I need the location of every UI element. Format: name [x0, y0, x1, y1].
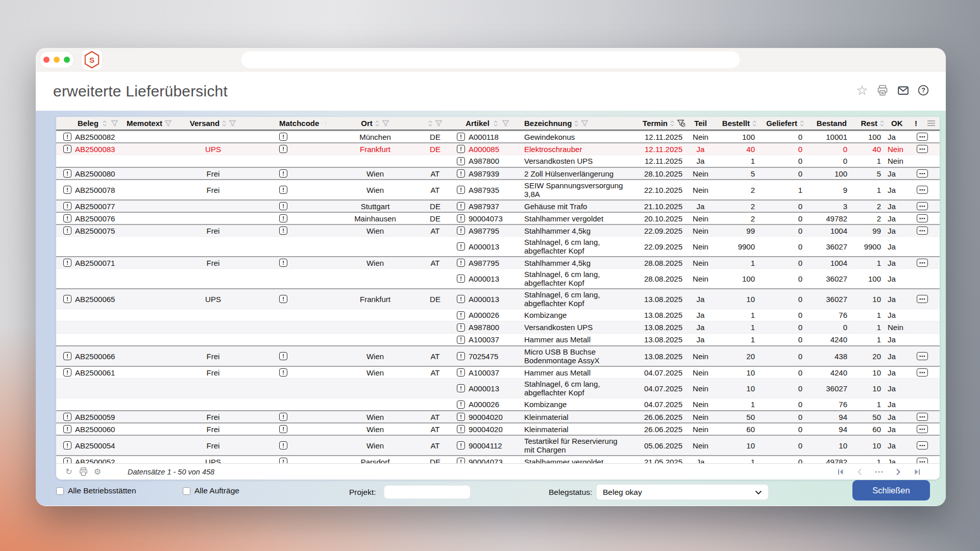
column-header-memotext[interactable]: Memotext: [122, 117, 186, 130]
memo-icon[interactable]: !: [457, 186, 465, 194]
row-actions-button[interactable]: ⋯: [917, 458, 928, 463]
memo-icon[interactable]: !: [457, 413, 465, 421]
filter-icon[interactable]: [164, 120, 172, 127]
memo-icon[interactable]: !: [457, 214, 465, 222]
table-row[interactable]: !A000013Stahlnagel, 6 cm lang, abgeflach…: [56, 268, 940, 288]
memo-icon[interactable]: !: [63, 145, 71, 153]
column-header-teil[interactable]: Teil: [687, 117, 715, 130]
close-window-button[interactable]: [43, 57, 50, 63]
memo-icon[interactable]: !: [457, 336, 465, 344]
sort-icon[interactable]: [879, 119, 885, 128]
more-pages-button[interactable]: [874, 468, 884, 476]
memo-icon[interactable]: !: [457, 352, 465, 360]
row-actions-button[interactable]: ⋯: [917, 425, 928, 433]
row-actions-button[interactable]: ⋯: [917, 441, 928, 449]
memo-icon[interactable]: !: [457, 133, 465, 141]
memo-icon[interactable]: !: [457, 368, 465, 377]
memo-icon[interactable]: !: [63, 186, 71, 194]
column-header-matchcode[interactable]: Matchcode: [240, 117, 327, 130]
filter-icon[interactable]: [581, 120, 589, 127]
table-row[interactable]: !AB2500061Frei!WienAT!A100037Hammer aus …: [56, 366, 940, 378]
filter-date-icon[interactable]: [677, 119, 685, 127]
table-row[interactable]: !A987800Versandkosten UPS13.08.2025Ja100…: [56, 321, 940, 333]
sort-icon[interactable]: [375, 119, 380, 128]
memo-icon[interactable]: !: [63, 352, 71, 360]
table-row[interactable]: !A000013Stahlnagel, 6 cm lang, abgeflach…: [56, 378, 940, 398]
table-row[interactable]: !AB2500076!MainhausenDE!90004073Stahlham…: [56, 212, 940, 224]
row-actions-button[interactable]: ⋯: [917, 368, 928, 377]
memo-icon[interactable]: !: [279, 186, 287, 194]
memo-icon[interactable]: !: [63, 227, 71, 235]
table-row[interactable]: !AB2500080Frei!WienAT!A9879392 Zoll Hüls…: [56, 167, 940, 179]
memo-icon[interactable]: !: [279, 202, 287, 210]
sort-icon[interactable]: [222, 119, 227, 128]
sort-icon[interactable]: [102, 119, 107, 128]
column-header-rest[interactable]: Rest: [851, 117, 885, 130]
memo-icon[interactable]: !: [457, 311, 465, 319]
row-actions-button[interactable]: ⋯: [917, 259, 928, 267]
memo-icon[interactable]: !: [63, 202, 71, 210]
row-actions-button[interactable]: ⋯: [917, 227, 928, 235]
table-row[interactable]: !A100037Hammer aus Metall13.08.2025Ja104…: [56, 333, 940, 345]
column-header-ort[interactable]: Ort: [327, 117, 424, 130]
table-row[interactable]: !AB2500066Frei!WienAT!7025475Micro USB B…: [56, 345, 940, 366]
column-header-ok[interactable]: OK: [885, 117, 913, 130]
memo-icon[interactable]: !: [279, 413, 287, 421]
memo-icon[interactable]: !: [457, 157, 465, 165]
memo-icon[interactable]: !: [457, 458, 465, 463]
memo-icon[interactable]: !: [279, 441, 287, 449]
table-row[interactable]: !AB2500059Frei!WienAT!90004020Kleinmater…: [56, 410, 940, 422]
column-header-versand[interactable]: Versand: [186, 117, 240, 130]
filter-icon[interactable]: [435, 120, 443, 127]
favorite-star-icon[interactable]: ☆: [855, 84, 869, 97]
memo-icon[interactable]: !: [457, 227, 465, 235]
memo-icon[interactable]: !: [63, 295, 71, 303]
titlebar-search[interactable]: [241, 51, 740, 68]
row-actions-button[interactable]: ⋯: [917, 413, 928, 421]
sort-icon[interactable]: [428, 119, 433, 128]
zoom-window-button[interactable]: [64, 57, 70, 63]
filter-icon[interactable]: [502, 120, 509, 127]
memo-icon[interactable]: !: [457, 169, 465, 178]
memo-icon[interactable]: !: [63, 259, 71, 267]
row-actions-button[interactable]: ⋯: [917, 352, 928, 360]
sort-icon[interactable]: [799, 119, 804, 128]
table-row[interactable]: !A000026Kombizange13.08.2025Ja10761Ja: [56, 309, 940, 321]
table-row[interactable]: !AB2500052UPS!ParsdorfDE!90004073Stahlha…: [56, 455, 940, 463]
table-row[interactable]: !AB2500077!StuttgartDE!A987937Gehäuse mi…: [56, 199, 940, 212]
column-header-termin[interactable]: Termin: [628, 117, 687, 130]
settings-gear-icon[interactable]: ⚙: [92, 467, 103, 477]
row-actions-button[interactable]: ⋯: [917, 186, 928, 194]
table-row[interactable]: !AB2500075Frei!WienAT!A987795Stahlhammer…: [56, 224, 940, 236]
sort-icon[interactable]: [493, 119, 498, 128]
help-icon[interactable]: ?: [917, 84, 930, 97]
table-menu-icon[interactable]: [927, 120, 936, 127]
memo-icon[interactable]: !: [63, 368, 71, 377]
table-row[interactable]: !AB2500065UPS!FrankfurtDE!A000013Stahlna…: [56, 288, 940, 309]
table-row[interactable]: !AB2500082!MünchenDE!A000118Gewindekonus…: [56, 130, 940, 142]
table-row[interactable]: !AB2500078Frei!WienAT!A987935SEIW Spannu…: [56, 179, 940, 199]
memo-icon[interactable]: !: [279, 352, 287, 360]
column-header-geliefert[interactable]: Geliefert: [759, 117, 806, 130]
memo-icon[interactable]: !: [457, 323, 465, 332]
memo-icon[interactable]: !: [457, 202, 465, 210]
filter-icon[interactable]: [111, 120, 118, 127]
belegstatus-select[interactable]: Beleg okay: [596, 484, 769, 500]
memo-icon[interactable]: !: [279, 227, 287, 235]
sort-icon[interactable]: [670, 119, 675, 128]
sort-icon[interactable]: [574, 119, 579, 128]
column-header-artikel[interactable]: Artikel: [447, 117, 518, 130]
close-button[interactable]: Schließen: [852, 480, 930, 500]
filter-icon[interactable]: [382, 120, 389, 127]
print-icon[interactable]: [876, 84, 889, 97]
row-actions-button[interactable]: ⋯: [917, 295, 928, 303]
memo-icon[interactable]: !: [457, 425, 465, 433]
memo-icon[interactable]: !: [63, 458, 71, 463]
memo-icon[interactable]: !: [279, 458, 287, 463]
table-row[interactable]: !A000013Stahlnagel, 6 cm lang, abgeflach…: [56, 236, 940, 256]
column-header-bestand[interactable]: Bestand: [806, 117, 851, 130]
email-icon[interactable]: [896, 84, 910, 97]
column-header-bezeichnung[interactable]: Bezeichnung: [518, 117, 628, 130]
table-row[interactable]: !A000026Kombizange04.07.2025Nein10761Ja: [56, 398, 940, 410]
memo-icon[interactable]: !: [279, 425, 287, 433]
